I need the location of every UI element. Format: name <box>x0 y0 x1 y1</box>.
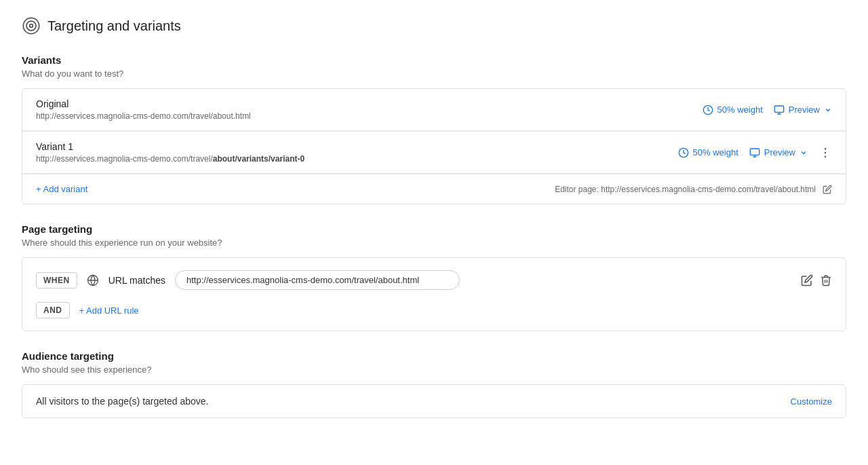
add-variant-button[interactable]: + Add variant <box>36 184 87 194</box>
variant-row-1: Variant 1 http://esservices.magnolia-cms… <box>22 132 846 174</box>
chevron-down-icon-original <box>824 106 832 114</box>
variant-url-bold: about/variants/variant-0 <box>213 154 304 164</box>
audience-targeting-title: Audience targeting <box>22 350 846 362</box>
audience-card: All visitors to the page(s) targeted abo… <box>22 384 846 418</box>
audience-targeting-subtitle: Who should see this experience? <box>22 365 846 375</box>
targeting-card: WHEN URL matches http://esservices.magno… <box>22 257 846 331</box>
add-url-rule-label: + Add URL rule <box>79 305 139 316</box>
variants-section-title: Variants <box>22 54 846 66</box>
edit-rule-icon[interactable] <box>801 274 813 286</box>
page-title: Targeting and variants <box>47 18 181 34</box>
weight-value-1: 50% weight <box>693 147 738 157</box>
delete-rule-icon[interactable] <box>820 274 832 286</box>
variant-url-prefix: http://esservices.magnolia-cms-demo.com/… <box>36 154 213 164</box>
audience-text: All visitors to the page(s) targeted abo… <box>36 396 208 407</box>
preview-icon-1 <box>749 147 760 158</box>
editor-page-info: Editor page: http://esservices.magnolia-… <box>555 185 832 194</box>
targeting-icon <box>22 16 41 35</box>
and-badge: AND <box>36 302 70 318</box>
when-badge: WHEN <box>36 272 77 289</box>
globe-icon <box>87 274 99 286</box>
variant-url-original: http://esservices.magnolia-cms-demo.com/… <box>36 111 703 121</box>
add-url-rule-button[interactable]: + Add URL rule <box>79 305 139 316</box>
variant-name-1: Variant 1 <box>36 141 678 152</box>
add-variant-label: + Add variant <box>36 184 87 194</box>
svg-point-7 <box>825 155 827 157</box>
rule-action-icons <box>801 274 832 286</box>
weight-badge-1: 50% weight <box>678 147 738 158</box>
url-matches-label: URL matches <box>108 275 165 286</box>
chevron-down-icon-1 <box>800 149 808 157</box>
svg-rect-3 <box>774 106 783 112</box>
page-targeting-section: Page targeting Where should this experie… <box>22 223 846 331</box>
editor-page-text: Editor page: http://esservices.magnolia-… <box>555 185 816 194</box>
variant-actions-1: 50% weight Preview <box>678 146 832 160</box>
preview-label-1: Preview <box>764 147 795 157</box>
variant-name-original: Original <box>36 98 703 109</box>
variants-card: Original http://esservices.magnolia-cms-… <box>22 88 846 204</box>
svg-point-1 <box>26 21 36 31</box>
weight-badge-original: 50% weight <box>703 105 763 115</box>
variant-info-1: Variant 1 http://esservices.magnolia-cms… <box>36 141 678 164</box>
audience-targeting-section: Audience targeting Who should see this e… <box>22 350 846 418</box>
weight-icon-original <box>703 105 713 115</box>
page-header: Targeting and variants <box>22 16 846 35</box>
svg-point-2 <box>30 24 33 28</box>
add-variant-row: + Add variant Editor page: http://esserv… <box>22 174 846 204</box>
page-targeting-subtitle: Where should this experience run on your… <box>22 238 846 248</box>
preview-button-1[interactable]: Preview <box>749 147 808 158</box>
variants-section: Variants What do you want to test? Origi… <box>22 54 846 204</box>
customize-button[interactable]: Customize <box>791 396 832 407</box>
svg-rect-4 <box>750 149 759 155</box>
variant-url-1: http://esservices.magnolia-cms-demo.com/… <box>36 154 678 164</box>
preview-button-original[interactable]: Preview <box>774 105 832 115</box>
edit-editor-page-icon[interactable] <box>823 185 832 194</box>
when-rule-row: WHEN URL matches http://esservices.magno… <box>36 270 832 290</box>
svg-point-0 <box>23 18 39 33</box>
variants-section-subtitle: What do you want to test? <box>22 69 846 79</box>
and-rule-row: AND + Add URL rule <box>36 302 832 318</box>
variant-row-original: Original http://esservices.magnolia-cms-… <box>22 89 846 131</box>
svg-point-6 <box>825 151 827 153</box>
customize-label: Customize <box>791 396 832 407</box>
svg-point-5 <box>825 147 827 149</box>
preview-label-original: Preview <box>789 105 820 115</box>
url-value-display[interactable]: http://esservices.magnolia-cms-demo.com/… <box>175 270 460 290</box>
preview-icon-original <box>774 105 785 115</box>
more-options-icon-1[interactable] <box>818 146 832 160</box>
variant-info-original: Original http://esservices.magnolia-cms-… <box>36 98 703 121</box>
weight-value-original: 50% weight <box>717 105 763 115</box>
variant-actions-original: 50% weight Preview <box>703 105 832 115</box>
page-targeting-title: Page targeting <box>22 223 846 235</box>
weight-icon-1 <box>678 147 689 158</box>
